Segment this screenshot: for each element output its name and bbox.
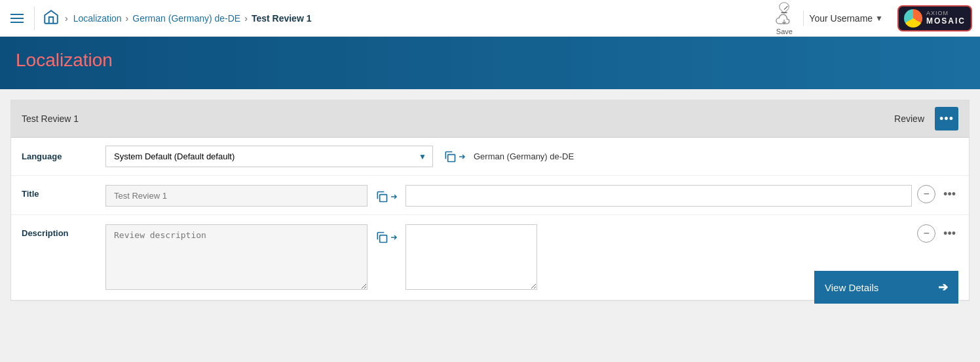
title-target-input[interactable] — [405, 185, 912, 207]
minus-icon-2: − — [923, 228, 929, 239]
language-select[interactable]: System Default (Default default) — [105, 146, 433, 167]
description-input-left-wrapper — [105, 224, 368, 292]
svg-rect-3 — [380, 235, 387, 243]
mosaic-label: MOSAIC — [926, 17, 966, 26]
mosaic-logo-icon — [904, 9, 922, 28]
svg-rect-1 — [448, 154, 455, 161]
description-target-input[interactable] — [405, 224, 537, 290]
breadcrumb-sep-0: › — [65, 13, 68, 24]
copy-description-button[interactable] — [373, 228, 400, 247]
mosaic-logo-text-block: AXIOM MOSAIC — [926, 10, 966, 26]
hamburger-menu[interactable] — [8, 11, 26, 26]
nav-divider — [34, 7, 35, 30]
arrow-right-icon: ➔ — [938, 280, 948, 294]
copy-icon-3 — [375, 231, 388, 244]
breadcrumb-localization[interactable]: Localization — [73, 13, 122, 24]
description-options-button[interactable]: ••• — [941, 224, 958, 243]
title-row: Title − ••• — [11, 176, 969, 215]
user-menu[interactable]: Your Username ▼ — [803, 10, 888, 26]
title-source-input[interactable] — [105, 185, 368, 207]
username-label: Your Username — [809, 13, 873, 24]
dots-icon-2: ••• — [943, 227, 956, 240]
card-options-button[interactable]: ••• — [935, 107, 958, 131]
target-language-value: German (Germany) de-DE — [474, 151, 574, 161]
view-details-dropdown: View Details ➔ — [814, 271, 958, 304]
description-label: Description — [22, 224, 100, 238]
card-header: Test Review 1 Review ••• — [11, 100, 969, 138]
nav-right-section: Save Your Username ▼ AXIOM MOSAIC — [770, 0, 972, 38]
save-button[interactable]: Save — [770, 0, 798, 38]
svg-rect-2 — [380, 195, 387, 202]
main-content: Test Review 1 Review ••• View Details ➔ … — [0, 89, 980, 312]
three-dots-icon: ••• — [939, 112, 954, 126]
language-select-wrapper: System Default (Default default) — [105, 146, 433, 167]
minus-icon: − — [923, 188, 929, 200]
breadcrumb-sep-1: › — [126, 13, 129, 24]
breadcrumb-current: Test Review 1 — [252, 13, 312, 24]
home-icon[interactable] — [43, 9, 60, 28]
card-type: Review — [894, 113, 924, 124]
copy-icon — [443, 150, 457, 163]
card-title: Test Review 1 — [22, 113, 894, 124]
chevron-down-icon: ▼ — [875, 14, 883, 23]
save-label: Save — [776, 28, 793, 35]
arrow-icon-2 — [390, 193, 398, 201]
arrow-icon — [458, 153, 466, 161]
copy-icon-2 — [375, 190, 388, 203]
localization-card: Test Review 1 Review ••• View Details ➔ … — [10, 100, 970, 301]
title-minus-button[interactable]: − — [917, 185, 935, 203]
view-details-label: View Details — [825, 282, 878, 293]
breadcrumb-sep-2: › — [244, 13, 248, 24]
title-input-left-wrapper — [105, 185, 368, 207]
copy-language-button[interactable] — [441, 148, 468, 166]
view-details-button[interactable]: View Details ➔ — [814, 271, 958, 304]
page-header: Localization — [0, 37, 980, 89]
dots-icon: ••• — [943, 188, 956, 201]
breadcrumb: Localization › German (Germany) de-DE › … — [73, 13, 766, 24]
top-navigation: › Localization › German (Germany) de-DE … — [0, 0, 980, 37]
language-label: Language — [22, 151, 100, 161]
arrow-icon-3 — [390, 233, 398, 241]
language-row: Language System Default (Default default… — [11, 138, 969, 176]
title-options-button[interactable]: ••• — [941, 185, 958, 204]
breadcrumb-german[interactable]: German (Germany) de-DE — [132, 13, 240, 24]
description-minus-button[interactable]: − — [917, 224, 935, 243]
mosaic-logo[interactable]: AXIOM MOSAIC — [897, 5, 972, 31]
title-label: Title — [22, 185, 100, 199]
description-source-input[interactable] — [105, 224, 368, 290]
page-title: Localization — [16, 50, 964, 71]
title-target-wrapper — [405, 185, 912, 207]
copy-title-button[interactable] — [373, 188, 400, 206]
